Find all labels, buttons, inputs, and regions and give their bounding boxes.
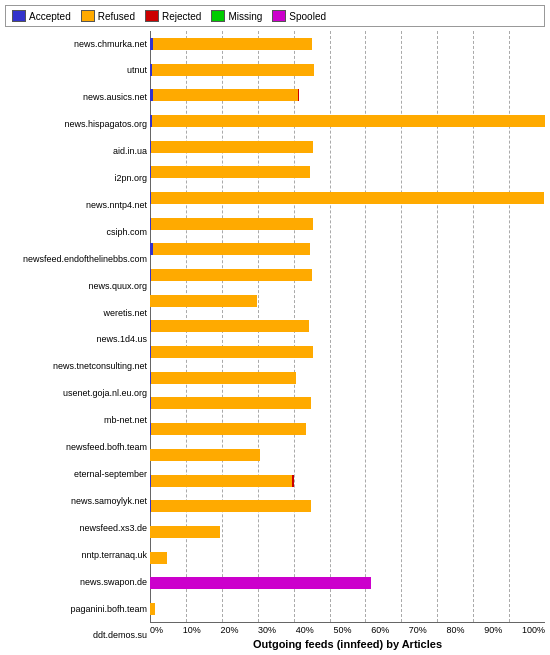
bar-row: 713411 (150, 217, 545, 231)
bar-row: 70178 (150, 499, 545, 513)
chart-container: AcceptedRefusedRejectedMissingSpooled ne… (0, 0, 550, 655)
bar-row: 61839 (150, 474, 545, 488)
y-label: news.swapon.de (5, 578, 147, 588)
bar-row: 69863003 (150, 37, 545, 51)
legend-item-rejected: Rejected (145, 10, 201, 22)
bar-row: 693011 (150, 242, 545, 256)
bar-row: 1731115 (150, 191, 545, 205)
bar-segment (151, 397, 311, 409)
bar-segment (151, 320, 309, 332)
bar-row: 698515 (150, 165, 545, 179)
bar-row: 1990 (150, 602, 545, 616)
bars-rows: 6986300371408126394442174031087140606985… (150, 31, 545, 622)
x-axis-label: 40% (296, 625, 314, 635)
bar-segment (153, 89, 298, 101)
y-label: newsfeed.xs3.de (5, 524, 147, 534)
y-label: news.nntp4.net (5, 201, 147, 211)
x-axis-label: 0% (150, 625, 163, 635)
bar-row: 6394442 (150, 88, 545, 102)
bar-segment (151, 372, 296, 384)
bar-segment (150, 295, 257, 307)
bar-row: 472310 (150, 294, 545, 308)
bar-row: 17403108 (150, 114, 545, 128)
legend-label-rejected: Rejected (162, 11, 201, 22)
y-label: news.tnetconsulting.net (5, 362, 147, 372)
bars-section: 6986300371408126394442174031087140606985… (150, 31, 545, 650)
chart-area: news.chmurka.netutnutnews.ausics.netnews… (5, 31, 545, 650)
bar-segment (151, 423, 306, 435)
bar-segment (153, 38, 312, 50)
legend-color-accepted (12, 10, 26, 22)
y-label: weretis.net (5, 309, 147, 319)
y-label: newsfeed.endofthelinebbs.com (5, 255, 147, 265)
bar-row: 706010 (150, 268, 545, 282)
x-axis-label: 80% (447, 625, 465, 635)
bar-segment (152, 64, 314, 76)
bar-segment (152, 115, 545, 127)
x-axis-label: 70% (409, 625, 427, 635)
bar-row: 31056 (150, 525, 545, 539)
bar-segment (150, 577, 371, 589)
bar-row: 7140812 (150, 63, 545, 77)
bar-row: 48687 (150, 448, 545, 462)
bar-segment (151, 192, 544, 204)
bar-segment (151, 166, 310, 178)
bar-segment (150, 526, 220, 538)
legend-color-refused (81, 10, 95, 22)
bars-wrapper: 6986300371408126394442174031087140606985… (150, 31, 545, 622)
bar-segment (151, 269, 311, 281)
y-label: news.quux.org (5, 282, 147, 292)
y-label: news.1d4.us (5, 335, 147, 345)
legend-color-rejected (145, 10, 159, 22)
bar-row: 68339 (150, 422, 545, 436)
y-label: mb-net.net (5, 416, 147, 426)
x-axis-label: 60% (371, 625, 389, 635)
bar-segment (150, 603, 155, 615)
legend-label-missing: Missing (228, 11, 262, 22)
legend-item-refused: Refused (81, 10, 135, 22)
y-label: news.chmurka.net (5, 40, 147, 50)
x-axis-label: 50% (333, 625, 351, 635)
y-label: csiph.com (5, 228, 147, 238)
bar-segment (151, 141, 313, 153)
y-label: aid.in.ua (5, 147, 147, 157)
bar-row: 714060 (150, 140, 545, 154)
y-label: newsfeed.bofh.team (5, 443, 147, 453)
x-axis-label: 20% (220, 625, 238, 635)
bar-row: 7423 (150, 551, 545, 565)
y-label: paganini.bofh.team (5, 605, 147, 615)
legend-color-spooled (272, 10, 286, 22)
y-label: i2pn.org (5, 174, 147, 184)
bar-segment (151, 500, 310, 512)
bar-row: 638910 (150, 371, 545, 385)
legend-color-missing (211, 10, 225, 22)
bar-segment (151, 475, 291, 487)
bar-segment (153, 243, 310, 255)
legend-item-spooled: Spooled (272, 10, 326, 22)
bar-segment (298, 89, 299, 101)
y-label: nntp.terranaq.uk (5, 551, 147, 561)
y-label: utnut (5, 66, 147, 76)
y-label: news.samoylyk.net (5, 497, 147, 507)
y-label: news.ausics.net (5, 93, 147, 103)
legend-item-accepted: Accepted (12, 10, 71, 22)
bar-segment (151, 346, 313, 358)
legend-label-refused: Refused (98, 11, 135, 22)
legend-label-spooled: Spooled (289, 11, 326, 22)
bar-row: 97470 (150, 576, 545, 590)
bar-segment (151, 218, 313, 230)
y-label: ddt.demos.su (5, 631, 147, 641)
x-axis-title: Outgoing feeds (innfeed) by Articles (150, 638, 545, 650)
legend: AcceptedRefusedRejectedMissingSpooled (5, 5, 545, 27)
x-axis-label: 30% (258, 625, 276, 635)
legend-label-accepted: Accepted (29, 11, 71, 22)
bar-row: 713710 (150, 345, 545, 359)
bar-segment (150, 552, 167, 564)
bar-segment (292, 475, 295, 487)
bar-segment (150, 449, 260, 461)
x-axis-labels: 0%10%20%30%40%50%60%70%80%90%100% (150, 622, 545, 635)
x-axis-label: 90% (484, 625, 502, 635)
bar-row: 70529 (150, 396, 545, 410)
legend-item-missing: Missing (211, 10, 262, 22)
x-axis-label: 10% (183, 625, 201, 635)
